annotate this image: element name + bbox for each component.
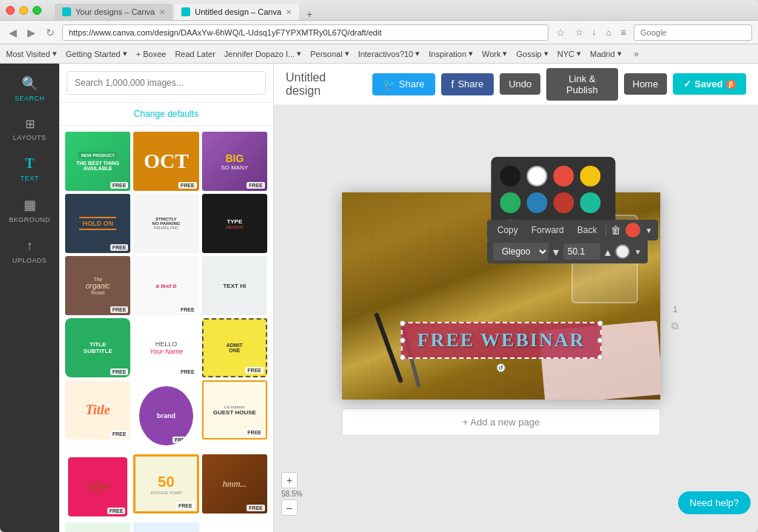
link-publish-button[interactable]: Link & Publish — [546, 68, 617, 101]
tab-untitled-design[interactable]: Untitled design – Canva ✕ — [174, 4, 299, 20]
delete-button[interactable]: 🗑 — [611, 224, 621, 236]
tab-your-designs[interactable]: Your designs – Canva ✕ — [55, 4, 172, 20]
bookmark-interactivos[interactable]: Interactivos?10 ▾ — [358, 49, 420, 58]
font-color-arrow[interactable]: ▼ — [634, 248, 642, 256]
template-item-20[interactable]: Gee! FREE — [133, 522, 198, 532]
bookmark-inspiration[interactable]: Inspiration ▾ — [429, 49, 473, 58]
resize-handle-tl[interactable] — [400, 320, 406, 326]
template-item-10[interactable]: TITLESUBTITLE FREE — [65, 318, 130, 377]
close-button[interactable] — [6, 6, 15, 15]
font-family-select[interactable]: Glegoo — [493, 243, 549, 260]
tab-close-active-icon[interactable]: ✕ — [286, 8, 292, 16]
font-size-input[interactable] — [563, 243, 600, 260]
template-item-17[interactable]: 50 POSTAGE STAMP FREE — [133, 454, 198, 514]
template-item-15[interactable]: La maison GUEST HOUSE FREE — [202, 380, 267, 440]
refresh-button[interactable]: ↻ — [43, 25, 58, 40]
color-swatch-blue[interactable] — [526, 192, 547, 213]
template-item-1[interactable]: NEW PRODUCT THE BEST THING AVAILABLE FRE… — [65, 132, 130, 191]
bookmark-getting-started[interactable]: Getting Started ▾ — [66, 49, 127, 58]
color-swatch-green[interactable] — [500, 192, 520, 213]
bookmark-nyc[interactable]: NYC ▾ — [557, 49, 581, 58]
color-swatch-red[interactable] — [553, 166, 574, 186]
template-item-19[interactable]: Hello FREE — [65, 522, 130, 532]
bookmark-most-visited[interactable]: Most Visited ▾ — [6, 49, 57, 58]
share-twitter-button[interactable]: 🐦 Share — [372, 73, 435, 95]
resize-handle-tr[interactable] — [597, 320, 603, 326]
change-defaults-button[interactable]: Change defaults — [59, 103, 273, 126]
undo-button[interactable]: Undo — [500, 73, 540, 95]
webinar-text-element[interactable]: FREE WEBINAR ↺ — [401, 322, 602, 359]
address-input[interactable] — [62, 24, 549, 41]
font-size-down-icon[interactable]: ▾ — [553, 245, 559, 259]
back-nav-button[interactable]: ◀ — [6, 25, 20, 40]
sidebar-uploads-label: UPLOADS — [13, 257, 47, 264]
bookmark-personal[interactable]: Personal ▾ — [310, 49, 349, 58]
more-icon[interactable]: ≡ — [617, 27, 629, 38]
home-button[interactable]: Home — [624, 73, 668, 95]
resize-handle-br[interactable] — [597, 354, 603, 360]
template-item-14[interactable]: brand FREE — [139, 386, 192, 445]
bookmark-icon[interactable]: ☆ — [573, 27, 585, 38]
resize-handle-ml[interactable] — [400, 337, 406, 343]
need-help-button[interactable]: Need help? — [678, 491, 751, 514]
tab-bar: Your designs – Canva ✕ Untitled design –… — [46, 0, 752, 20]
forward-nav-button[interactable]: ▶ — [24, 25, 38, 40]
color-swatch-black[interactable] — [500, 166, 520, 186]
template-item-2[interactable]: OCT FREE — [133, 132, 198, 191]
sidebar-item-layouts[interactable]: ⊞ LAYOUTS — [0, 111, 59, 147]
bookmark-read-later[interactable]: Read Later — [175, 50, 215, 58]
template-item-4[interactable]: HOLD ON FREE — [65, 194, 130, 253]
share-facebook-button[interactable]: f Share — [441, 73, 494, 95]
more-bookmarks-icon[interactable]: » — [631, 48, 643, 60]
panel-search-input[interactable] — [67, 71, 266, 95]
color-swatch-white[interactable] — [526, 166, 547, 186]
text-color-arrow[interactable]: ▼ — [645, 226, 652, 235]
bookmark-boxee[interactable]: + Boxee — [136, 50, 167, 58]
browser-search-input[interactable] — [634, 24, 752, 41]
template-item-16[interactable]: title FREE — [68, 457, 127, 516]
template-item-8[interactable]: a text b FREE — [133, 256, 198, 315]
resize-handle-mr[interactable] — [597, 337, 603, 343]
template-item-6[interactable]: TYPE DESIGN — [202, 194, 267, 253]
color-swatch-teal[interactable] — [580, 192, 600, 213]
template-item-11[interactable]: HELLO Your Name FREE — [133, 318, 198, 377]
font-color-button[interactable] — [615, 244, 630, 259]
maximize-button[interactable] — [33, 6, 41, 15]
bookmark-jennifer[interactable]: Jennifer Dopazo I...▾ — [224, 49, 301, 58]
copy-button[interactable]: Copy — [493, 223, 523, 238]
forward-button[interactable]: Forward — [527, 223, 568, 238]
downloads-icon[interactable]: ↓ — [588, 27, 600, 38]
template-item-12[interactable]: ADMITONE FREE — [202, 318, 267, 377]
add-page-button[interactable]: + Add a new page — [342, 408, 660, 436]
bookmark-star-icon[interactable]: ☆ — [553, 25, 568, 40]
tab-close-icon[interactable]: ✕ — [159, 8, 165, 16]
zoom-in-button[interactable]: + — [281, 472, 298, 488]
tab-favicon-active — [181, 7, 190, 16]
back-button[interactable]: Back — [573, 223, 602, 238]
sidebar-item-search[interactable]: 🔍 SEARCH — [0, 70, 59, 108]
template-item-18[interactable]: hmm... FREE — [202, 454, 267, 514]
sidebar-item-background[interactable]: ▦ BKGROUND — [0, 191, 59, 229]
new-tab-button[interactable]: + — [301, 8, 318, 20]
template-item-5[interactable]: STRICTLY NO PARKING PRIVATE PRO — [133, 194, 198, 253]
home-nav-icon[interactable]: ⌂ — [603, 27, 614, 38]
resize-handle-bl[interactable] — [400, 354, 406, 360]
text-color-button[interactable] — [625, 223, 640, 238]
zoom-out-button[interactable]: – — [281, 499, 298, 516]
template-item-7[interactable]: TheorganicRoast FREE — [65, 256, 130, 315]
minimize-button[interactable] — [19, 6, 28, 15]
rotate-handle[interactable]: ↺ — [497, 363, 506, 372]
color-swatch-dark-red[interactable] — [553, 192, 574, 213]
color-swatch-yellow[interactable] — [580, 166, 600, 186]
copy-page-icon[interactable]: ⧉ — [671, 320, 679, 332]
font-size-up-icon[interactable]: ▴ — [605, 245, 611, 259]
saved-button[interactable]: ✓ Saved β — [673, 73, 746, 95]
template-item-9[interactable]: TEXT HI — [202, 256, 267, 315]
sidebar-item-text[interactable]: T TEXT — [0, 150, 59, 188]
bookmark-gossip[interactable]: Gossip ▾ — [516, 49, 548, 58]
sidebar-item-uploads[interactable]: ↑ UPLOADS — [0, 232, 59, 270]
bookmark-work[interactable]: Work ▾ — [482, 49, 507, 58]
template-item-13[interactable]: Title FREE — [65, 380, 130, 440]
template-item-3[interactable]: BIG SO MANY FREE — [202, 132, 267, 191]
bookmark-madrid[interactable]: Madrid ▾ — [590, 49, 622, 58]
